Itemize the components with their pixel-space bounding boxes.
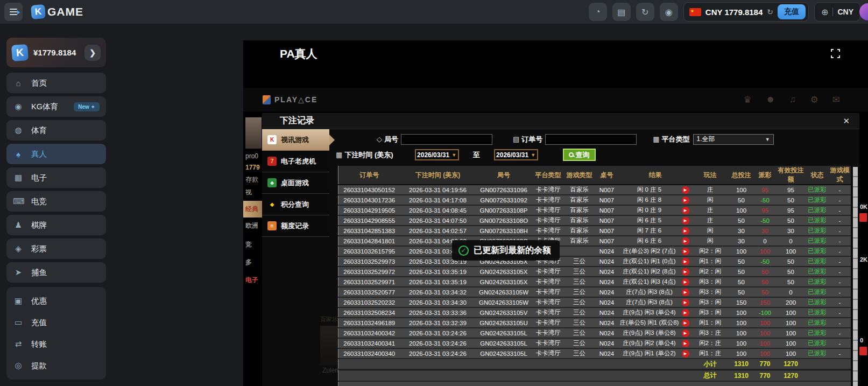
sidebar-item-icon: ♠: [13, 150, 24, 159]
sidebar-item-真人[interactable]: ♠ 真人: [6, 144, 106, 164]
cell-bet_on: 闲2：闲: [691, 266, 729, 277]
points-gem-icon: ◆: [267, 200, 277, 209]
cell-valid: 100: [777, 328, 806, 338]
replay-play-button[interactable]: ▶: [682, 227, 689, 235]
tab-积分查询[interactable]: ◆积分查询: [262, 194, 329, 215]
replay-play-button[interactable]: ▶: [682, 237, 689, 245]
brand-logo[interactable]: K GAME: [31, 5, 83, 19]
fullscreen-button[interactable]: [831, 49, 840, 58]
cell-result: 闲 0 庄 9: [619, 205, 680, 215]
replay-play-button[interactable]: ▶: [682, 289, 689, 296]
sidebar-item-首页[interactable]: ⌂ 首页: [6, 73, 106, 93]
round-input[interactable]: [401, 134, 492, 145]
platform-type-select[interactable]: 1.全部 ▼: [693, 134, 774, 145]
sidebar-item-优惠[interactable]: ▣ 优惠: [6, 290, 106, 312]
cell-bet_on: 庄: [691, 205, 729, 215]
menu-toggle-button[interactable]: [4, 3, 23, 21]
tab-桌面游戏[interactable]: ♣桌面游戏: [262, 172, 329, 194]
cell-result: 庄(9点) 闲3 (单公8): [619, 328, 680, 338]
cell-result: 庄(单公5) 闲1 (双公8): [619, 318, 680, 328]
subtotal-bet: 1310: [729, 359, 754, 369]
sidebar-item-KG体育[interactable]: ◉ KG体育 New ✦: [6, 96, 106, 117]
tab-额度记录[interactable]: ≡额度记录: [262, 215, 329, 237]
sidebar-item-电子[interactable]: ▦ 电子: [6, 167, 106, 188]
replay-play-button[interactable]: ▶: [682, 248, 689, 255]
security-icon[interactable]: ◉: [660, 3, 678, 21]
locale-selector[interactable]: ⊕ CNY: [814, 2, 860, 22]
support-agent-icon[interactable]: ☻: [766, 94, 775, 106]
cell-bet_on: 闲1：闲: [691, 318, 729, 328]
replay-play-button[interactable]: ▶: [682, 196, 689, 204]
date-to-select[interactable]: 2026/03/31 ▼: [494, 149, 538, 160]
replay-play-button[interactable]: ▶: [682, 329, 689, 337]
cell-order: 260331042841801: [338, 236, 400, 246]
background-fragment: 1779: [245, 164, 263, 171]
replay-play-button[interactable]: ▶: [682, 319, 689, 327]
tab-视讯游戏[interactable]: K视讯游戏: [262, 129, 329, 151]
search-button[interactable]: 查询: [563, 149, 596, 161]
cell-valid: 100: [777, 307, 806, 318]
cell-total: 50: [729, 195, 754, 205]
replay-play-button[interactable]: ▶: [682, 186, 689, 194]
sidebar-item-提款[interactable]: ◎ 提款: [6, 355, 106, 376]
cell-valid: 50: [777, 256, 806, 266]
sidebar-item-充值[interactable]: ▭ 充值: [6, 312, 106, 333]
order-input[interactable]: [545, 134, 637, 145]
balance-refresh-icon[interactable]: ↻: [767, 8, 773, 16]
date-from-select[interactable]: 2026/03/31 ▼: [415, 149, 459, 160]
replay-play-button[interactable]: ▶: [682, 207, 689, 214]
replay-play-button[interactable]: ▶: [682, 299, 689, 306]
provider-icon-group: ♛☻♫⚙✉: [744, 94, 840, 106]
cell-valid: 0: [777, 236, 806, 246]
replay-play-button[interactable]: ▶: [682, 258, 689, 265]
sidebar-item-电竞[interactable]: ⌨ 电竞: [6, 191, 106, 212]
replay-play-button[interactable]: ▶: [682, 268, 689, 276]
cell-mode: -: [829, 256, 851, 266]
cell-platform: 卡卡湾厅: [532, 195, 564, 205]
cell-payout: -50: [754, 215, 777, 226]
cell-valid: 100: [777, 318, 806, 328]
cell-total: 100: [729, 205, 754, 215]
order-clipboard-icon: ▤: [513, 135, 519, 143]
sidebar-item-体育[interactable]: ◍ 体育: [6, 120, 106, 141]
cell-payout: 0: [754, 236, 777, 246]
cell-order: 260331032529973: [338, 256, 400, 266]
cell-table_no: N024: [595, 297, 619, 307]
sidebar-item-彩票[interactable]: ◈ 彩票: [6, 238, 106, 259]
sidebar-item-捕鱼[interactable]: ➤ 捕鱼: [6, 262, 106, 283]
music-icon[interactable]: ♫: [789, 94, 796, 106]
balance-expand-button[interactable]: ❯: [84, 45, 101, 61]
sidebar-item-转账[interactable]: ⇄ 转账: [6, 333, 106, 355]
cell-round: GN0242633105U: [476, 318, 532, 328]
close-icon[interactable]: ✕: [843, 116, 850, 126]
vip-crown-icon[interactable]: ♛: [744, 94, 752, 106]
background-fragment: 存款: [245, 175, 263, 184]
replay-play-button[interactable]: ▶: [682, 217, 689, 224]
replay-play-button[interactable]: ▶: [682, 340, 689, 347]
cell-platform: 卡卡湾厅: [532, 287, 564, 297]
cell-payout: 95: [754, 185, 777, 195]
recharge-button[interactable]: 充值: [778, 4, 806, 19]
cell-bet_on: 闲3：庄: [691, 328, 729, 338]
topbar-right: ◔▤↻◉ ★ CNY 1779.8184 ↻ 充值 ⊕ CNY: [589, 2, 868, 22]
cell-mode: -: [829, 246, 851, 256]
wallet-icon[interactable]: ▤: [612, 3, 631, 21]
modal-scrollbar[interactable]: [853, 167, 858, 386]
column-header: 有效投注额: [777, 166, 806, 185]
background-fragment: pro0: [245, 152, 263, 160]
order-label: 订单号: [521, 135, 542, 144]
sidebar-item-label: 捕鱼: [31, 268, 47, 278]
replay-play-button[interactable]: ▶: [682, 309, 689, 317]
floating-red-badge[interactable]: [859, 347, 867, 355]
chat-bubble-icon[interactable]: ✉: [832, 94, 840, 106]
floating-red-badge[interactable]: [859, 213, 867, 222]
replay-play-button[interactable]: ▶: [682, 350, 689, 357]
sync-icon[interactable]: ↻: [636, 3, 654, 21]
tab-电子老虎机[interactable]: 7电子老虎机: [262, 151, 329, 172]
settings-gear-icon[interactable]: ⚙: [810, 94, 818, 106]
replay-play-button[interactable]: ▶: [682, 278, 689, 286]
speed-gauge-icon[interactable]: ◔: [589, 3, 607, 21]
sidebar-item-棋牌[interactable]: ♟ 棋牌: [6, 215, 106, 235]
cell-mode: -: [829, 185, 851, 195]
table-header-row: 订单号下注时间 (美东)局号平台类型游戏类型桌号结果玩法总投注派彩有效投注额状态…: [338, 166, 851, 185]
